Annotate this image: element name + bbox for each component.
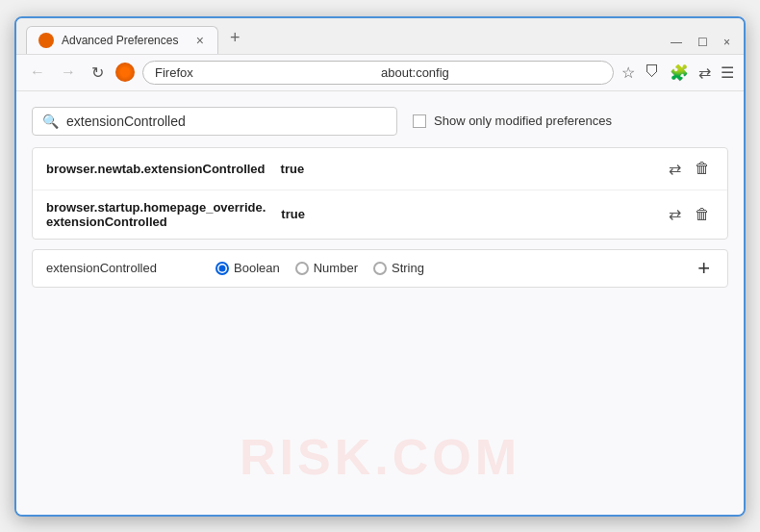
content-area: RISK.COM 🔍 Show only modified preference…	[16, 91, 744, 515]
tab-title: Advanced Preferences	[62, 34, 187, 47]
sync-icon[interactable]: ⇄	[698, 63, 711, 82]
refresh-button[interactable]: ↻	[88, 62, 108, 84]
radio-circle-number	[295, 262, 309, 275]
browser-window: Advanced Preferences × + — ☐ × ← → ↻ Fir…	[14, 16, 746, 517]
shield-icon[interactable]: ⛉	[645, 63, 660, 81]
results-table: browser.newtab.extensionControlled true …	[32, 147, 728, 240]
new-pref-name: extensionControlled	[46, 261, 200, 275]
tab-close-button[interactable]: ×	[194, 34, 206, 47]
title-bar: Advanced Preferences × + — ☐ ×	[16, 18, 744, 55]
search-row: 🔍 Show only modified preferences	[32, 107, 728, 136]
delete-button-2[interactable]: 🗑	[691, 204, 714, 225]
new-tab-button[interactable]: +	[222, 24, 248, 52]
pref-name-1: browser.newtab.extensionControlled	[46, 162, 266, 176]
maximize-button[interactable]: ☐	[697, 37, 708, 48]
toggle-button-1[interactable]: ⇄	[665, 158, 685, 180]
back-button[interactable]: ←	[26, 62, 49, 83]
firefox-logo	[115, 63, 135, 82]
radio-label-string: String	[392, 261, 424, 275]
add-preference-row: extensionControlled Boolean Number Strin…	[32, 249, 728, 288]
add-preference-button[interactable]: +	[694, 258, 714, 279]
extension-icon[interactable]: 🧩	[670, 63, 689, 82]
delete-button-1[interactable]: 🗑	[691, 158, 714, 179]
pref-name-2-line2: extensionControlled	[46, 215, 266, 229]
radio-label-boolean: Boolean	[234, 261, 280, 275]
nav-icons: ☆ ⛉ 🧩 ⇄ ☰	[621, 63, 734, 82]
radio-circle-string	[373, 262, 387, 275]
window-controls: — ☐ ×	[671, 37, 734, 54]
active-tab[interactable]: Advanced Preferences ×	[26, 26, 218, 54]
pref-value-2: true	[281, 207, 305, 221]
search-input[interactable]	[66, 114, 387, 129]
row-actions-2: ⇄ 🗑	[665, 203, 714, 225]
bookmark-icon[interactable]: ☆	[621, 63, 635, 82]
close-button[interactable]: ×	[723, 37, 730, 48]
show-modified-text: Show only modified preferences	[434, 114, 612, 128]
pref-name-2-line1: browser.startup.homepage_override.	[46, 200, 266, 215]
search-icon: 🔍	[42, 114, 59, 129]
radio-circle-boolean	[215, 262, 229, 275]
menu-icon[interactable]: ☰	[721, 63, 734, 82]
minimize-button[interactable]: —	[671, 37, 682, 48]
row-actions-1: ⇄ 🗑	[665, 158, 714, 180]
table-row: browser.newtab.extensionControlled true …	[33, 148, 727, 190]
tab-favicon	[38, 33, 54, 48]
radio-string[interactable]: String	[373, 261, 424, 275]
search-box: 🔍	[32, 107, 397, 136]
radio-number[interactable]: Number	[295, 261, 358, 275]
address-text: about:config	[381, 65, 601, 80]
pref-value-1: true	[281, 162, 305, 176]
type-radio-group: Boolean Number String	[215, 261, 424, 275]
radio-boolean[interactable]: Boolean	[215, 261, 280, 275]
browser-name: Firefox	[155, 65, 375, 80]
watermark: RISK.COM	[240, 428, 520, 486]
address-bar[interactable]: Firefox about:config	[142, 61, 614, 85]
forward-button[interactable]: →	[57, 62, 80, 83]
toggle-button-2[interactable]: ⇄	[665, 203, 685, 225]
table-row: browser.startup.homepage_override. exten…	[33, 190, 727, 239]
show-modified-label[interactable]: Show only modified preferences	[413, 114, 612, 128]
radio-label-number: Number	[314, 261, 358, 275]
show-modified-checkbox[interactable]	[413, 114, 426, 128]
navigation-bar: ← → ↻ Firefox about:config ☆ ⛉ 🧩 ⇄ ☰	[16, 55, 744, 91]
